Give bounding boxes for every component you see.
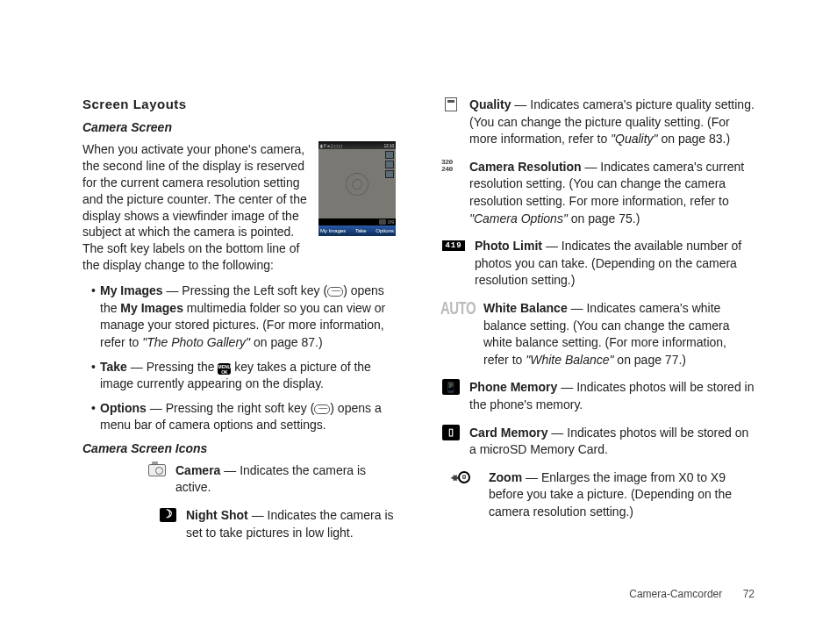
preview-softkeys: My Images Take Options: [318, 225, 396, 236]
softkey-bullet-list: My Images — Pressing the Left soft key (…: [82, 283, 396, 434]
label-photo-limit: Photo Limit: [475, 239, 542, 253]
ref-photo-gallery: "The Photo Gallery": [142, 335, 250, 349]
intro-block: When you activate your phone's camera, t…: [82, 141, 396, 274]
softkey-left: My Images: [320, 228, 346, 233]
icon-row-zoom: ◂▸ 0 Zoom — Enlarges the image from X0 t…: [441, 469, 755, 521]
icon-row-resolution: 320 240 Camera Resolution — Indicates ca…: [441, 159, 755, 227]
label-quality: Quality: [469, 97, 511, 111]
camera-preview-figure: ▮ F ⎈ ▯ ◻ ◻ 12:10 0/9 My Images Take Opt…: [318, 141, 396, 236]
camera-icon: [147, 462, 167, 478]
preview-statusbar: ▮ F ⎈ ▯ ◻ ◻ 12:10: [318, 141, 396, 149]
icon-row-photo-limit: 419 Photo Limit — Indicates the availabl…: [441, 238, 755, 290]
menu-ok-key-icon: MENU OK: [218, 363, 231, 375]
card-memory-icon: ▯: [441, 425, 461, 440]
status-time: 12:10: [383, 143, 394, 148]
label-camera: Camera: [175, 463, 220, 477]
label-white-balance: White Balance: [483, 301, 568, 315]
label-phone-memory: Phone Memory: [469, 380, 557, 394]
icon-row-white-balance: AUTO White Balance — Indicates camera's …: [441, 300, 755, 369]
left-column: Screen Layouts Camera Screen When you ac…: [82, 97, 396, 552]
label-take: Take: [100, 360, 127, 374]
ref-quality: "Quality": [611, 132, 658, 146]
preview-counter: 0/9: [388, 219, 394, 225]
label-zoom: Zoom: [489, 470, 522, 484]
label-resolution: Camera Resolution: [469, 160, 582, 174]
white-balance-icon: AUTO: [441, 300, 475, 316]
status-icons: ▮ F ⎈ ▯ ◻ ◻: [320, 143, 342, 148]
page-columns: Screen Layouts Camera Screen When you ac…: [82, 97, 755, 552]
label-card-memory: Card Memory: [469, 426, 547, 440]
label-my-images: My Images: [100, 283, 163, 297]
resolution-icon: 320 240: [441, 159, 461, 175]
icon-row-card-memory: ▯ Card Memory — Indicates photos will be…: [441, 425, 755, 459]
icon-row-quality: Quality — Indicates camera's picture qua…: [441, 97, 755, 148]
right-column: Quality — Indicates camera's picture qua…: [441, 97, 755, 552]
page-footer: Camera-Camcorder 72: [629, 588, 755, 600]
zoom-icon: ◂▸ 0: [441, 469, 480, 485]
photo-limit-icon: 419: [441, 238, 466, 254]
footer-section-name: Camera-Camcorder: [629, 588, 722, 600]
night-shot-icon: [158, 507, 177, 523]
label-night-shot: Night Shot: [186, 508, 248, 522]
phone-memory-icon: 📱: [441, 379, 461, 395]
icon-row-phone-memory: 📱 Phone Memory — Indicates photos will b…: [441, 379, 755, 413]
preview-infobar: 0/9: [318, 218, 396, 225]
ref-white-balance: "White Balance": [526, 353, 613, 367]
icon-row-night: Night Shot — Indicates the camera is set…: [82, 507, 396, 541]
icon-row-camera: Camera — Indicates the camera is active.: [82, 462, 396, 497]
ref-camera-options: "Camera Options": [469, 211, 568, 225]
subhead-camera-screen: Camera Screen: [82, 120, 396, 134]
section-heading: Screen Layouts: [82, 97, 396, 111]
bullet-take: Take — Pressing the MENU OK key takes a …: [91, 359, 396, 393]
quality-icon: [441, 97, 461, 112]
subhead-camera-icons: Camera Screen Icons: [82, 441, 396, 455]
footer-page-number: 72: [743, 588, 755, 600]
softkey-right: Options: [376, 228, 394, 233]
right-softkey-icon: [314, 404, 330, 414]
preview-right-icons: [385, 151, 394, 178]
label-options: Options: [100, 401, 147, 415]
bullet-options: Options — Pressing the right soft key ()…: [91, 400, 396, 434]
intro-text: When you activate your phone's camera, t…: [82, 141, 310, 274]
preview-viewfinder: [318, 149, 396, 218]
left-softkey-icon: [327, 287, 343, 297]
bullet-my-images: My Images — Pressing the Left soft key (…: [91, 283, 396, 351]
softkey-mid: Take: [355, 228, 367, 233]
